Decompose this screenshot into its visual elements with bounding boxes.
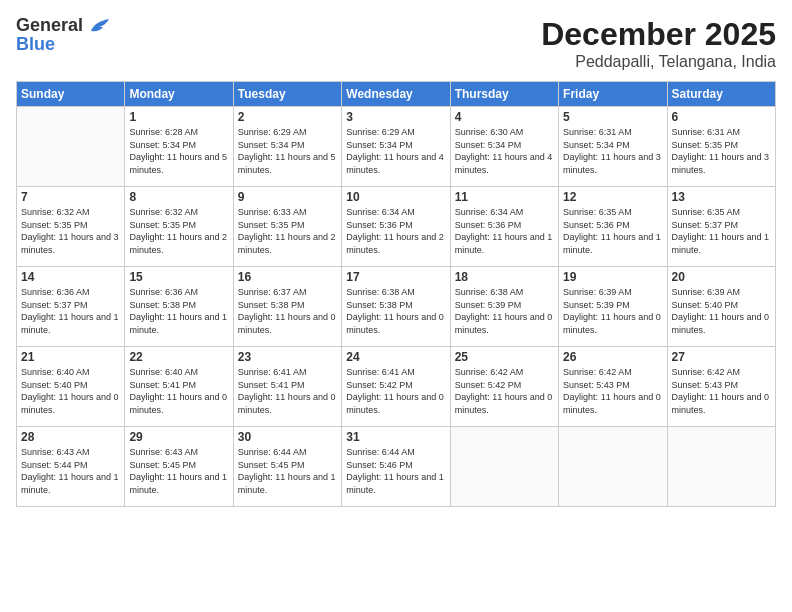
day-info: Sunrise: 6:34 AMSunset: 5:36 PMDaylight:… (346, 206, 445, 256)
day-number: 3 (346, 110, 445, 124)
calendar-week-row: 28Sunrise: 6:43 AMSunset: 5:44 PMDayligh… (17, 427, 776, 507)
calendar-cell: 26Sunrise: 6:42 AMSunset: 5:43 PMDayligh… (559, 347, 667, 427)
day-number: 28 (21, 430, 120, 444)
weekday-header: Wednesday (342, 82, 450, 107)
weekday-header: Tuesday (233, 82, 341, 107)
day-info: Sunrise: 6:41 AMSunset: 5:42 PMDaylight:… (346, 366, 445, 416)
calendar-cell: 19Sunrise: 6:39 AMSunset: 5:39 PMDayligh… (559, 267, 667, 347)
calendar-cell: 15Sunrise: 6:36 AMSunset: 5:38 PMDayligh… (125, 267, 233, 347)
calendar-week-row: 7Sunrise: 6:32 AMSunset: 5:35 PMDaylight… (17, 187, 776, 267)
day-info: Sunrise: 6:35 AMSunset: 5:37 PMDaylight:… (672, 206, 771, 256)
day-number: 7 (21, 190, 120, 204)
day-number: 8 (129, 190, 228, 204)
day-info: Sunrise: 6:44 AMSunset: 5:45 PMDaylight:… (238, 446, 337, 496)
day-info: Sunrise: 6:35 AMSunset: 5:36 PMDaylight:… (563, 206, 662, 256)
day-info: Sunrise: 6:38 AMSunset: 5:38 PMDaylight:… (346, 286, 445, 336)
header: General Blue December 2025 Peddapalli, T… (16, 16, 776, 71)
weekday-header: Monday (125, 82, 233, 107)
logo: General Blue (16, 16, 112, 55)
day-number: 20 (672, 270, 771, 284)
title-block: December 2025 Peddapalli, Telangana, Ind… (541, 16, 776, 71)
day-number: 11 (455, 190, 554, 204)
calendar-cell: 5Sunrise: 6:31 AMSunset: 5:34 PMDaylight… (559, 107, 667, 187)
calendar-header-row: SundayMondayTuesdayWednesdayThursdayFrid… (17, 82, 776, 107)
day-number: 18 (455, 270, 554, 284)
day-info: Sunrise: 6:44 AMSunset: 5:46 PMDaylight:… (346, 446, 445, 496)
day-info: Sunrise: 6:41 AMSunset: 5:41 PMDaylight:… (238, 366, 337, 416)
day-number: 6 (672, 110, 771, 124)
day-info: Sunrise: 6:43 AMSunset: 5:45 PMDaylight:… (129, 446, 228, 496)
day-info: Sunrise: 6:37 AMSunset: 5:38 PMDaylight:… (238, 286, 337, 336)
day-number: 17 (346, 270, 445, 284)
day-info: Sunrise: 6:42 AMSunset: 5:42 PMDaylight:… (455, 366, 554, 416)
calendar-cell: 31Sunrise: 6:44 AMSunset: 5:46 PMDayligh… (342, 427, 450, 507)
day-info: Sunrise: 6:39 AMSunset: 5:40 PMDaylight:… (672, 286, 771, 336)
day-info: Sunrise: 6:36 AMSunset: 5:37 PMDaylight:… (21, 286, 120, 336)
day-number: 23 (238, 350, 337, 364)
calendar-cell: 6Sunrise: 6:31 AMSunset: 5:35 PMDaylight… (667, 107, 775, 187)
day-number: 29 (129, 430, 228, 444)
day-number: 19 (563, 270, 662, 284)
calendar-cell: 10Sunrise: 6:34 AMSunset: 5:36 PMDayligh… (342, 187, 450, 267)
day-number: 22 (129, 350, 228, 364)
day-info: Sunrise: 6:40 AMSunset: 5:40 PMDaylight:… (21, 366, 120, 416)
day-info: Sunrise: 6:33 AMSunset: 5:35 PMDaylight:… (238, 206, 337, 256)
calendar-cell: 2Sunrise: 6:29 AMSunset: 5:34 PMDaylight… (233, 107, 341, 187)
calendar-cell: 20Sunrise: 6:39 AMSunset: 5:40 PMDayligh… (667, 267, 775, 347)
month-title: December 2025 (541, 16, 776, 53)
calendar-cell: 22Sunrise: 6:40 AMSunset: 5:41 PMDayligh… (125, 347, 233, 427)
calendar-cell (559, 427, 667, 507)
day-info: Sunrise: 6:31 AMSunset: 5:35 PMDaylight:… (672, 126, 771, 176)
day-info: Sunrise: 6:42 AMSunset: 5:43 PMDaylight:… (563, 366, 662, 416)
calendar-cell: 1Sunrise: 6:28 AMSunset: 5:34 PMDaylight… (125, 107, 233, 187)
calendar-cell (17, 107, 125, 187)
calendar-table: SundayMondayTuesdayWednesdayThursdayFrid… (16, 81, 776, 507)
day-info: Sunrise: 6:38 AMSunset: 5:39 PMDaylight:… (455, 286, 554, 336)
day-number: 14 (21, 270, 120, 284)
calendar-week-row: 21Sunrise: 6:40 AMSunset: 5:40 PMDayligh… (17, 347, 776, 427)
calendar-cell: 7Sunrise: 6:32 AMSunset: 5:35 PMDaylight… (17, 187, 125, 267)
calendar-cell: 28Sunrise: 6:43 AMSunset: 5:44 PMDayligh… (17, 427, 125, 507)
calendar-cell: 9Sunrise: 6:33 AMSunset: 5:35 PMDaylight… (233, 187, 341, 267)
day-number: 25 (455, 350, 554, 364)
day-number: 12 (563, 190, 662, 204)
logo-bird-icon (89, 17, 111, 35)
calendar-cell: 16Sunrise: 6:37 AMSunset: 5:38 PMDayligh… (233, 267, 341, 347)
calendar-cell (667, 427, 775, 507)
day-info: Sunrise: 6:39 AMSunset: 5:39 PMDaylight:… (563, 286, 662, 336)
weekday-header: Thursday (450, 82, 558, 107)
calendar-cell: 12Sunrise: 6:35 AMSunset: 5:36 PMDayligh… (559, 187, 667, 267)
calendar-cell: 4Sunrise: 6:30 AMSunset: 5:34 PMDaylight… (450, 107, 558, 187)
day-info: Sunrise: 6:34 AMSunset: 5:36 PMDaylight:… (455, 206, 554, 256)
calendar-cell: 11Sunrise: 6:34 AMSunset: 5:36 PMDayligh… (450, 187, 558, 267)
day-info: Sunrise: 6:32 AMSunset: 5:35 PMDaylight:… (21, 206, 120, 256)
day-info: Sunrise: 6:36 AMSunset: 5:38 PMDaylight:… (129, 286, 228, 336)
day-info: Sunrise: 6:29 AMSunset: 5:34 PMDaylight:… (346, 126, 445, 176)
day-number: 2 (238, 110, 337, 124)
weekday-header: Saturday (667, 82, 775, 107)
calendar-cell: 8Sunrise: 6:32 AMSunset: 5:35 PMDaylight… (125, 187, 233, 267)
calendar-cell: 14Sunrise: 6:36 AMSunset: 5:37 PMDayligh… (17, 267, 125, 347)
day-number: 5 (563, 110, 662, 124)
day-info: Sunrise: 6:42 AMSunset: 5:43 PMDaylight:… (672, 366, 771, 416)
day-number: 26 (563, 350, 662, 364)
day-number: 13 (672, 190, 771, 204)
calendar-week-row: 1Sunrise: 6:28 AMSunset: 5:34 PMDaylight… (17, 107, 776, 187)
location-title: Peddapalli, Telangana, India (541, 53, 776, 71)
day-number: 24 (346, 350, 445, 364)
calendar-cell: 21Sunrise: 6:40 AMSunset: 5:40 PMDayligh… (17, 347, 125, 427)
day-number: 10 (346, 190, 445, 204)
day-info: Sunrise: 6:30 AMSunset: 5:34 PMDaylight:… (455, 126, 554, 176)
calendar-cell: 3Sunrise: 6:29 AMSunset: 5:34 PMDaylight… (342, 107, 450, 187)
day-number: 1 (129, 110, 228, 124)
day-number: 30 (238, 430, 337, 444)
calendar-cell (450, 427, 558, 507)
calendar-cell: 23Sunrise: 6:41 AMSunset: 5:41 PMDayligh… (233, 347, 341, 427)
day-info: Sunrise: 6:32 AMSunset: 5:35 PMDaylight:… (129, 206, 228, 256)
calendar-cell: 25Sunrise: 6:42 AMSunset: 5:42 PMDayligh… (450, 347, 558, 427)
day-info: Sunrise: 6:28 AMSunset: 5:34 PMDaylight:… (129, 126, 228, 176)
day-number: 15 (129, 270, 228, 284)
day-number: 27 (672, 350, 771, 364)
day-info: Sunrise: 6:29 AMSunset: 5:34 PMDaylight:… (238, 126, 337, 176)
day-info: Sunrise: 6:40 AMSunset: 5:41 PMDaylight:… (129, 366, 228, 416)
